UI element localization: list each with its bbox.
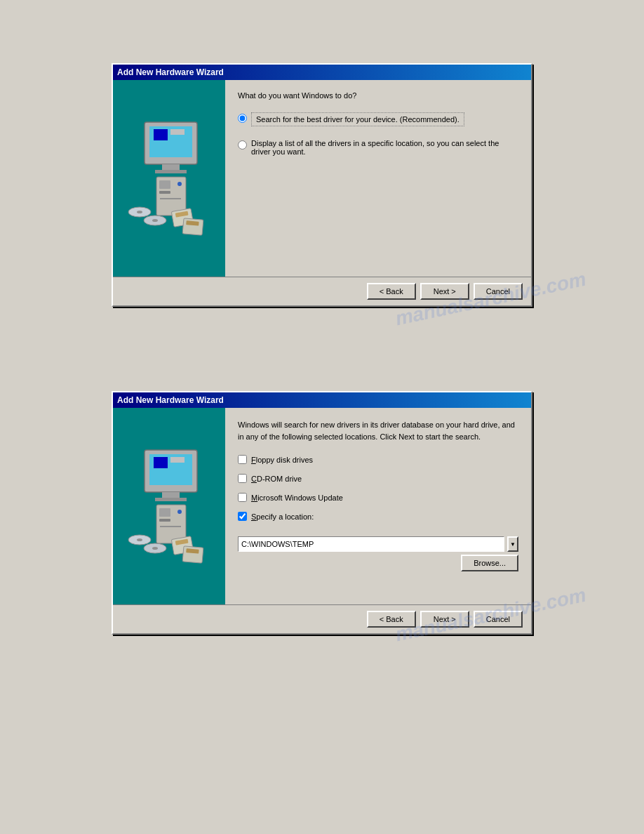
svg-rect-21 bbox=[154, 457, 168, 468]
svg-point-9 bbox=[177, 182, 182, 186]
dialog2-cancel-button[interactable]: Cancel bbox=[474, 611, 523, 628]
svg-rect-7 bbox=[159, 180, 170, 189]
dialog2-title: Add New Hardware Wizard bbox=[117, 395, 224, 405]
svg-rect-2 bbox=[154, 129, 168, 140]
dialog2-description: Windows will search for new drivers in i… bbox=[238, 419, 518, 442]
dialog1-title: Add New Hardware Wizard bbox=[117, 67, 224, 77]
dialog2-window: Add New Hardware Wizard bbox=[112, 391, 532, 635]
svg-rect-10 bbox=[160, 198, 181, 199]
dialog1-option1-label: Search for the best driver for your devi… bbox=[251, 112, 464, 126]
svg-rect-8 bbox=[159, 191, 170, 194]
dialog1-cancel-button[interactable]: Cancel bbox=[474, 283, 523, 300]
dialog1-titlebar: Add New Hardware Wizard bbox=[113, 65, 531, 80]
dialog1-footer: < Back Next > Cancel bbox=[113, 277, 531, 305]
browse-button[interactable]: Browse... bbox=[461, 555, 518, 571]
cdrom-checkbox[interactable] bbox=[238, 474, 247, 483]
dialog2-checkbox-specify[interactable]: Specify a location: bbox=[238, 512, 518, 521]
svg-rect-5 bbox=[155, 170, 187, 173]
winupdate-checkbox[interactable] bbox=[238, 493, 247, 502]
dialog2-content: Windows will search for new drivers in i… bbox=[225, 408, 531, 604]
dialog1-back-button[interactable]: < Back bbox=[367, 283, 416, 300]
computer-illustration-2 bbox=[120, 436, 218, 576]
dialog2-titlebar: Add New Hardware Wizard bbox=[113, 392, 531, 408]
dialog2-image-panel bbox=[113, 408, 225, 604]
dialog1-content: What do you want Windows to do? Search f… bbox=[225, 80, 531, 277]
dialog1-window: Add New Hardware Wizard bbox=[112, 63, 532, 307]
dialog1-option1[interactable]: Search for the best driver for your devi… bbox=[238, 112, 518, 126]
winupdate-label: Microsoft Windows Update bbox=[251, 494, 343, 502]
svg-rect-23 bbox=[162, 492, 180, 498]
dialog1-option2[interactable]: Display a list of all the drivers in a s… bbox=[238, 139, 518, 156]
svg-rect-27 bbox=[159, 519, 170, 522]
dialog1-question: What do you want Windows to do? bbox=[238, 91, 518, 100]
dialog1-radio2[interactable] bbox=[238, 140, 247, 150]
dialog1-option2-label: Display a list of all the drivers in a s… bbox=[251, 139, 518, 156]
dialog2-checkbox-winupdate[interactable]: Microsoft Windows Update bbox=[238, 493, 518, 502]
location-input[interactable] bbox=[238, 536, 504, 552]
cdrom-label: CD-ROM drive bbox=[251, 475, 302, 483]
computer-illustration bbox=[120, 108, 218, 249]
svg-rect-22 bbox=[170, 457, 185, 463]
specify-checkbox[interactable] bbox=[238, 512, 247, 521]
specify-label: Specify a location: bbox=[251, 512, 314, 521]
floppy-label: Floppy disk drives bbox=[251, 456, 313, 464]
svg-point-33 bbox=[152, 547, 158, 550]
svg-rect-4 bbox=[162, 164, 180, 170]
svg-point-14 bbox=[152, 219, 158, 222]
dialog2-footer: < Back Next > Cancel bbox=[113, 604, 531, 633]
svg-rect-17 bbox=[182, 218, 203, 235]
svg-rect-29 bbox=[160, 526, 181, 527]
dropdown-arrow-icon[interactable]: ▼ bbox=[507, 536, 518, 552]
dialog2-checkbox-cdrom[interactable]: CD-ROM drive bbox=[238, 474, 518, 483]
svg-rect-26 bbox=[159, 508, 170, 517]
svg-rect-3 bbox=[170, 129, 185, 135]
dialog1-next-button[interactable]: Next > bbox=[420, 283, 469, 300]
dialog2-back-button[interactable]: < Back bbox=[367, 611, 416, 628]
dialog2-checkbox-floppy[interactable]: Floppy disk drives bbox=[238, 455, 518, 464]
dialog1-radio1[interactable] bbox=[238, 114, 247, 123]
svg-rect-36 bbox=[182, 546, 203, 563]
dialog2-next-button[interactable]: Next > bbox=[420, 611, 469, 628]
browse-row: Browse... bbox=[238, 555, 518, 571]
svg-point-31 bbox=[137, 538, 142, 541]
dialog1-image-panel bbox=[113, 80, 225, 277]
floppy-checkbox[interactable] bbox=[238, 455, 247, 464]
dialog2-location-section: ▼ Browse... bbox=[238, 534, 518, 571]
svg-point-12 bbox=[137, 211, 142, 213]
svg-point-28 bbox=[177, 510, 182, 514]
svg-rect-24 bbox=[155, 498, 187, 501]
dialog2-location-row: ▼ bbox=[238, 536, 518, 552]
